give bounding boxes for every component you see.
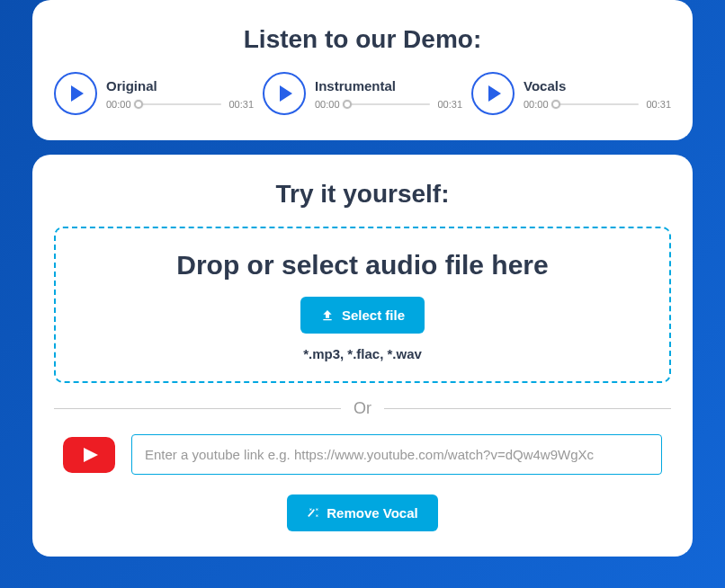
supported-formats: *.mp3, *.flac, *.wav bbox=[70, 346, 655, 361]
demo-card: Listen to our Demo: Original 00:00 00:31… bbox=[32, 0, 693, 140]
upload-icon bbox=[320, 308, 335, 323]
progress-slider[interactable] bbox=[139, 103, 222, 105]
or-divider: Or bbox=[54, 399, 671, 418]
progress-slider[interactable] bbox=[556, 103, 640, 105]
player-label: Instrumental bbox=[315, 78, 462, 94]
play-button-vocals[interactable] bbox=[471, 72, 515, 115]
player-vocals: Vocals 00:00 00:31 bbox=[471, 72, 671, 115]
slider-thumb[interactable] bbox=[343, 100, 352, 109]
slider-thumb[interactable] bbox=[551, 100, 560, 109]
try-title: Try it yourself: bbox=[54, 180, 671, 209]
time-total: 00:31 bbox=[228, 99, 254, 110]
player-instrumental: Instrumental 00:00 00:31 bbox=[263, 72, 462, 115]
select-file-label: Select file bbox=[342, 307, 405, 323]
try-card: Try it yourself: Drop or select audio fi… bbox=[32, 155, 693, 557]
remove-vocal-label: Remove Vocal bbox=[327, 505, 417, 521]
play-icon bbox=[280, 85, 292, 102]
play-button-original[interactable] bbox=[54, 72, 97, 115]
divider-line bbox=[384, 408, 671, 409]
youtube-url-input[interactable] bbox=[131, 434, 662, 475]
player-original: Original 00:00 00:31 bbox=[54, 72, 254, 115]
youtube-row bbox=[54, 434, 671, 475]
demo-title: Listen to our Demo: bbox=[54, 25, 671, 54]
player-label: Original bbox=[106, 78, 254, 94]
divider-line bbox=[54, 408, 341, 409]
time-current: 00:00 bbox=[315, 99, 340, 110]
magic-wand-icon bbox=[307, 507, 319, 520]
time-current: 00:00 bbox=[524, 99, 549, 110]
remove-vocal-button[interactable]: Remove Vocal bbox=[287, 494, 437, 531]
action-row: Remove Vocal bbox=[54, 494, 671, 531]
play-button-instrumental[interactable] bbox=[263, 72, 306, 115]
play-icon bbox=[71, 85, 84, 102]
time-total: 00:31 bbox=[437, 99, 462, 110]
dropzone[interactable]: Drop or select audio file here Select fi… bbox=[54, 227, 671, 383]
player-label: Vocals bbox=[524, 78, 671, 94]
play-icon bbox=[488, 85, 501, 102]
dropzone-title: Drop or select audio file here bbox=[70, 250, 655, 281]
progress-slider[interactable] bbox=[347, 103, 431, 105]
select-file-button[interactable]: Select file bbox=[300, 297, 425, 334]
demo-players: Original 00:00 00:31 Instrumental 00:00 … bbox=[54, 72, 671, 115]
time-total: 00:31 bbox=[646, 99, 671, 110]
youtube-icon bbox=[63, 437, 115, 473]
time-current: 00:00 bbox=[106, 99, 131, 110]
or-text: Or bbox=[354, 399, 371, 418]
slider-thumb[interactable] bbox=[134, 100, 143, 109]
